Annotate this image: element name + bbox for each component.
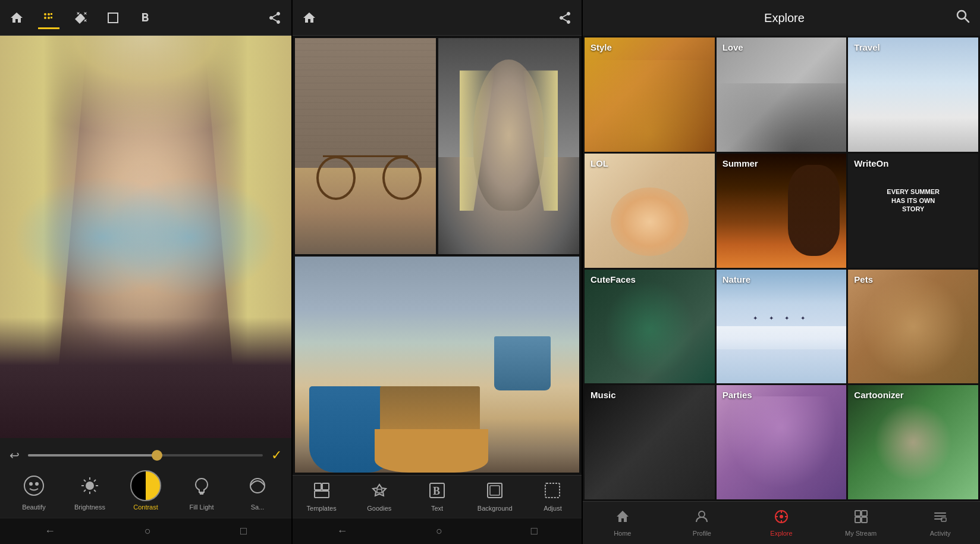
recents-button-2[interactable]: □ [519,523,549,540]
panel-editor: ↩ ✓ Beautify [0,0,291,544]
home-nav-item[interactable]: Home [583,502,662,544]
svg-rect-28 [490,486,500,495]
svg-point-6 [24,476,43,495]
home-button-2[interactable]: ○ [424,523,454,540]
explore-cell-parties[interactable]: Parties [717,385,847,499]
saturation-icon [242,470,273,501]
bold-icon[interactable] [134,7,156,29]
collage-cell-boats[interactable] [295,257,579,473]
collage-home-icon[interactable] [299,7,320,29]
editor-toolbar [0,0,291,36]
background-nav-item[interactable]: Background [466,476,524,518]
home-button-1[interactable]: ○ [133,523,163,540]
contrast-label: Contrast [133,504,158,511]
brightness-tool[interactable]: Brightness [69,470,111,511]
svg-rect-29 [545,483,560,498]
mystream-nav-icon [853,509,869,528]
explore-cell-lol[interactable]: LOL [585,154,715,268]
magic-icon[interactable] [70,7,92,29]
saturation-tool[interactable]: Sa... [237,470,278,511]
explore-cell-cutefaces[interactable]: CuteFaces [585,270,715,384]
photo-display [0,36,291,438]
explore-cell-travel[interactable]: Travel [848,37,978,152]
recents-button-1[interactable]: □ [228,523,259,540]
explore-nav-icon [774,509,789,528]
templates-label: Templates [307,505,337,512]
svg-point-2 [44,17,46,19]
home-nav-icon [615,509,630,528]
svg-point-0 [44,13,46,15]
text-nav-icon: B [429,482,445,502]
adjustment-slider[interactable] [28,454,263,457]
collage-cell-bicycle[interactable] [295,38,436,254]
profile-nav-item[interactable]: Profile [662,502,742,544]
summer-label: Summer [723,158,758,168]
pets-label: Pets [854,274,873,284]
explore-cell-summer[interactable]: Summer [717,154,847,268]
writeon-text: EVERY SUMMER HAS ITS OWN STORY [881,187,946,213]
explore-cell-writeon[interactable]: WriteOn EVERY SUMMER HAS ITS OWN STORY [848,154,978,268]
profile-nav-label: Profile [693,530,711,537]
tools-row: Beautify Brightness [0,467,291,514]
search-icon[interactable] [955,8,970,27]
collage-share-icon[interactable] [554,7,576,29]
system-nav-2: ← ○ □ [293,518,582,544]
writeon-label: WriteOn [854,158,888,168]
editor-controls: ↩ ✓ Beautify [0,438,291,518]
svg-line-14 [84,480,86,482]
home-icon[interactable] [6,7,27,29]
explore-cell-style[interactable]: Style [585,37,715,152]
explore-grid: Style Love Travel LOL Summer WriteOn [583,36,980,501]
svg-rect-39 [941,518,946,521]
back-button-1[interactable]: ← [33,523,67,540]
svg-point-3 [48,17,50,19]
activity-nav-icon [932,509,948,528]
explore-cell-cartoonizer[interactable]: Cartoonizer [848,385,978,499]
svg-rect-38 [862,517,867,523]
undo-button[interactable]: ↩ [10,448,20,462]
svg-rect-37 [855,517,860,523]
system-nav-1: ← ○ □ [0,518,291,544]
fill-light-icon [186,470,217,501]
travel-label: Travel [854,42,880,52]
svg-rect-21 [315,483,321,490]
beautify-tool[interactable]: Beautify [13,470,55,511]
collage-cell-girl[interactable] [438,38,579,254]
templates-nav-item[interactable]: Templates [293,476,350,518]
mystream-nav-item[interactable]: My Stream [821,502,901,544]
nature-label: Nature [723,274,751,284]
explore-bottom-nav: Home Profile Explore [583,501,980,544]
collage-area [293,36,582,475]
panel-collage: Templates Goodies B Text [291,0,583,544]
lol-label: LOL [590,158,608,168]
svg-rect-4 [51,13,52,15]
back-button-2[interactable]: ← [325,523,359,540]
explore-cell-nature[interactable]: ✦ ✦ ✦ ✦ Nature [717,270,847,384]
fill-light-tool[interactable]: Fill Light [181,470,222,511]
svg-rect-36 [862,511,867,516]
goodies-nav-item[interactable]: Goodies [350,476,408,518]
frame-icon[interactable] [102,7,124,29]
style-label: Style [590,42,612,52]
explore-cell-love[interactable]: Love [717,37,847,152]
music-label: Music [590,390,616,400]
explore-cell-pets[interactable]: Pets [848,270,978,384]
tools-icon[interactable] [38,6,59,29]
mystream-nav-label: My Stream [845,530,877,537]
svg-point-7 [29,482,33,486]
share-icon[interactable] [264,7,285,29]
text-nav-item[interactable]: B Text [408,476,466,518]
explore-cell-music[interactable]: Music [585,385,715,499]
explore-nav-item[interactable]: Explore [742,502,821,544]
templates-icon [313,482,330,502]
svg-line-17 [84,490,86,492]
svg-text:B: B [433,485,440,497]
contrast-tool[interactable]: Contrast [125,470,167,511]
adjust-nav-item[interactable]: Adjust [524,476,582,518]
activity-nav-item[interactable]: Activity [900,502,980,544]
profile-nav-icon [694,509,709,528]
svg-point-8 [35,482,39,486]
explore-nav-label: Explore [770,530,792,537]
confirm-button[interactable]: ✓ [271,448,282,463]
svg-line-15 [94,490,96,492]
